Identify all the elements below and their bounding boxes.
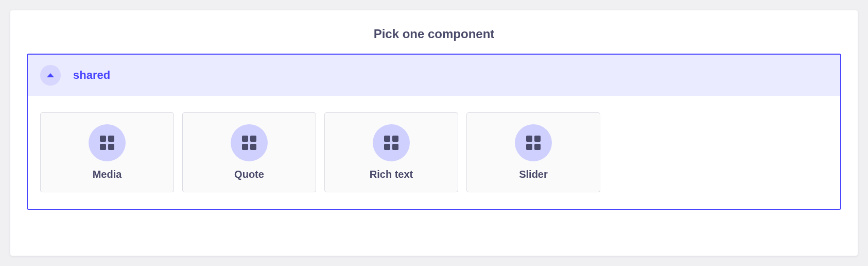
component-icon-circle [515, 124, 552, 161]
component-card-slider[interactable]: Slider [466, 112, 600, 192]
group-header[interactable]: shared [28, 55, 840, 96]
group-title: shared [73, 69, 110, 82]
component-card-media[interactable]: Media [40, 112, 174, 192]
grid-icon [384, 136, 398, 150]
component-grid: Media Quote Rich text [28, 96, 840, 209]
component-label: Rich text [370, 169, 413, 180]
component-label: Slider [519, 169, 548, 180]
component-group: shared Media Quote [27, 54, 841, 210]
grid-icon [526, 136, 541, 150]
component-card-rich-text[interactable]: Rich text [324, 112, 458, 192]
component-card-quote[interactable]: Quote [182, 112, 316, 192]
chevron-up-icon [47, 73, 54, 77]
component-icon-circle [89, 124, 126, 161]
component-picker-panel: Pick one component shared Media [10, 10, 858, 256]
component-icon-circle [373, 124, 410, 161]
component-label: Quote [234, 169, 264, 180]
grid-icon [242, 136, 256, 150]
collapse-button[interactable] [40, 65, 61, 86]
panel-title: Pick one component [27, 27, 841, 41]
component-icon-circle [231, 124, 268, 161]
component-label: Media [93, 169, 122, 180]
grid-icon [100, 136, 114, 150]
